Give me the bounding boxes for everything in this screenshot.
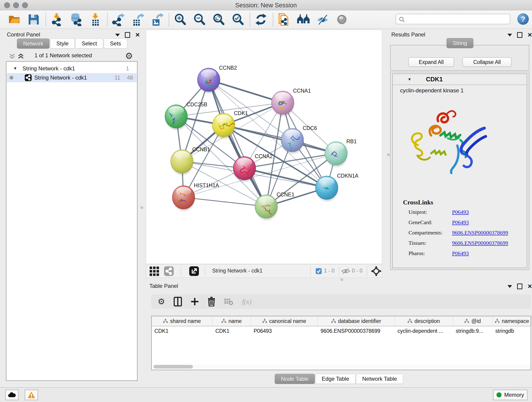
- collapse-all-button[interactable]: Collapse All: [462, 57, 512, 67]
- expand-all-button[interactable]: Expand All: [408, 57, 454, 67]
- node-label-CDKN1A: CDKN1A: [337, 173, 359, 179]
- grid-view-icon[interactable]: [149, 266, 159, 276]
- zoom-out-button[interactable]: [193, 12, 206, 27]
- float-panel-icon[interactable]: [507, 34, 512, 36]
- maximize-panel-icon[interactable]: [125, 32, 130, 38]
- open-folder-icon: [8, 13, 21, 26]
- memory-status-icon: [496, 392, 501, 397]
- network-row-selected[interactable]: String Network - cdk1 11 48: [7, 73, 137, 82]
- tab-network[interactable]: Network: [17, 38, 50, 49]
- column-header-name[interactable]: name: [213, 316, 251, 326]
- float-panel-icon[interactable]: [507, 285, 512, 288]
- search-input[interactable]: [407, 15, 509, 24]
- table-row[interactable]: CDK1CDK1P064939606.ENSP00000378699cyclin…: [152, 326, 531, 336]
- export-image-icon: [150, 13, 164, 26]
- hide-selected-button[interactable]: [316, 12, 329, 27]
- memory-button[interactable]: Memory: [493, 390, 527, 400]
- tab-node-table[interactable]: Node Table: [275, 374, 315, 384]
- tab-edge-table[interactable]: Edge Table: [316, 374, 355, 384]
- import-network-file-button[interactable]: [50, 12, 63, 27]
- table-toolbar: ⚙ f(x): [151, 294, 531, 309]
- table-settings-gear-icon[interactable]: ⚙: [158, 298, 165, 306]
- gene-name: CDK1: [426, 76, 443, 83]
- network-collection-row[interactable]: ▼ String Network - cdk1 1: [7, 64, 137, 73]
- control-panel-title: Control Panel: [7, 32, 40, 38]
- export-network-icon: [112, 13, 125, 26]
- close-panel-icon[interactable]: ✕: [527, 32, 532, 38]
- column-header-canonical-name[interactable]: canonical name: [251, 316, 318, 326]
- hidden-eye-icon: [341, 268, 350, 274]
- crosslink-label: Tissues:: [409, 240, 452, 246]
- export-image-button[interactable]: [150, 12, 164, 27]
- close-panel-icon[interactable]: ✕: [527, 283, 532, 289]
- crosslink-link[interactable]: P06493: [452, 250, 469, 256]
- tab-select[interactable]: Select: [75, 38, 103, 49]
- node-label-RB1: RB1: [346, 138, 357, 144]
- search-field[interactable]: [396, 14, 510, 24]
- node-label-CDC25B: CDC25B: [186, 102, 207, 108]
- delete-column-trash-icon[interactable]: [208, 297, 215, 306]
- column-header-shared-name[interactable]: shared name: [152, 316, 213, 326]
- status-bar: Memory: [0, 387, 532, 402]
- selected-checkbox-icon[interactable]: [316, 268, 322, 274]
- cloud-button[interactable]: [5, 390, 19, 400]
- show-hidden-button[interactable]: [335, 12, 348, 27]
- maximize-panel-icon[interactable]: [517, 283, 522, 289]
- open-session-button[interactable]: [8, 12, 21, 27]
- hidden-counts: 0 - 0: [352, 268, 362, 274]
- database-icon: [70, 13, 83, 26]
- network-edge[interactable]: [184, 197, 266, 206]
- network-edge[interactable]: [209, 80, 283, 103]
- add-column-icon[interactable]: [191, 298, 199, 306]
- vertical-splitter-grip[interactable]: [387, 153, 390, 156]
- maximize-panel-icon[interactable]: [517, 32, 522, 38]
- network-canvas[interactable]: CCNB2CCNA1CDC25BCDK1CDC6RB1CCNB1CCNA2CDK…: [146, 30, 382, 264]
- export-table-button[interactable]: [131, 12, 144, 27]
- crosslink-link[interactable]: P06493: [452, 209, 469, 215]
- save-session-button[interactable]: [27, 12, 40, 27]
- birds-eye-icon[interactable]: [371, 266, 381, 276]
- warning-icon: [27, 391, 35, 398]
- close-panel-icon[interactable]: ✕: [135, 32, 140, 38]
- gene-expander-icon[interactable]: ▼: [408, 77, 412, 82]
- crosslink-link[interactable]: 9606.ENSP00000378699: [452, 240, 508, 246]
- table-horizontal-scrollbar[interactable]: [152, 365, 530, 369]
- crosslink-link[interactable]: 9606.ENSP00000378699: [452, 230, 508, 236]
- node-label-CCNE1: CCNE1: [277, 191, 294, 198]
- network-options-gear-icon[interactable]: ⚙: [125, 51, 133, 61]
- show-columns-icon[interactable]: [174, 297, 182, 306]
- table-cell: CDK1: [152, 326, 213, 336]
- show-all-button[interactable]: [297, 12, 310, 27]
- import-network-database-button[interactable]: [70, 12, 83, 27]
- zoom-selected-button[interactable]: [231, 12, 244, 27]
- tab-sets[interactable]: Sets: [104, 38, 127, 49]
- node-label-CCNB1: CCNB1: [192, 147, 210, 153]
- vertical-splitter-grip[interactable]: [140, 206, 143, 209]
- column-header-label: @id: [471, 318, 481, 324]
- column-header-database-identifier[interactable]: database identifier: [318, 316, 395, 326]
- float-panel-icon[interactable]: [115, 34, 120, 36]
- network-view-toolbar: String Network - cdk1 1 - 0 0 - 0: [146, 264, 382, 278]
- share-view-icon[interactable]: [164, 266, 174, 276]
- horizontal-splitter-grip[interactable]: [341, 278, 343, 281]
- import-table-file-button[interactable]: [89, 12, 102, 27]
- column-type-icon: [262, 319, 267, 323]
- results-panel: Results Panel ✕ String Expand All Collap…: [390, 29, 532, 280]
- column-header-@id[interactable]: @id: [453, 316, 493, 326]
- column-header-namespace[interactable]: namespace: [493, 316, 532, 326]
- collection-expander-icon[interactable]: ▼: [13, 66, 17, 71]
- column-header-description[interactable]: description: [395, 316, 453, 326]
- warnings-button[interactable]: [25, 390, 38, 400]
- zoom-fit-button[interactable]: [212, 12, 225, 27]
- zoom-in-button[interactable]: [173, 12, 187, 27]
- tab-style[interactable]: Style: [50, 38, 75, 49]
- results-tab-string[interactable]: String: [447, 38, 473, 48]
- first-neighbors-button[interactable]: [278, 12, 291, 27]
- tab-network-table[interactable]: Network Table: [356, 374, 403, 384]
- export-network-button[interactable]: [112, 12, 125, 27]
- table-cell: 9606.ENSP00000378699: [318, 326, 395, 336]
- crosslink-link[interactable]: P06493: [452, 219, 469, 225]
- refresh-button[interactable]: [254, 12, 268, 27]
- help-button[interactable]: ?: [517, 13, 529, 25]
- detach-view-icon[interactable]: [189, 266, 199, 276]
